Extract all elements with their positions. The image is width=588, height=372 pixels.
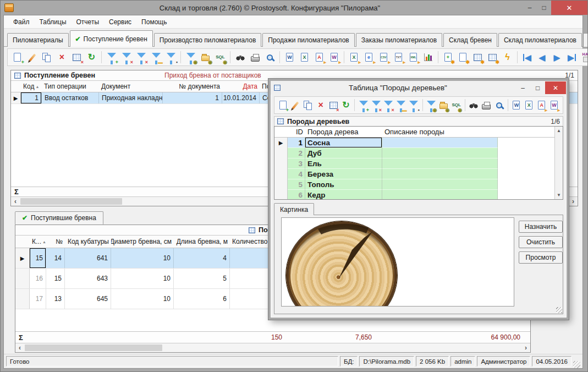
- column-header-1[interactable]: К...▲: [30, 236, 46, 248]
- dialog-cell-id[interactable]: 5: [288, 179, 305, 190]
- add-record-icon[interactable]: +: [10, 50, 24, 64]
- dialog-resize-grip[interactable]: [556, 307, 562, 313]
- sql-filter-icon[interactable]: SQL◉: [213, 50, 227, 64]
- dialog-cell-description[interactable]: [382, 190, 498, 200]
- nav-first-icon[interactable]: ◀: [520, 50, 534, 64]
- filter-new-icon[interactable]: +: [105, 50, 118, 64]
- export-txt-icon[interactable]: TXT▸: [392, 50, 405, 64]
- sql-filter-icon[interactable]: SQL◉: [450, 98, 462, 112]
- menu-item-4[interactable]: Сервис: [104, 17, 136, 28]
- export-csv-icon[interactable]: CSV▸: [377, 50, 391, 64]
- column-header-4[interactable]: Диаметр бревна, см: [111, 236, 174, 248]
- copy-record-icon[interactable]: [303, 98, 314, 112]
- main-tab-5[interactable]: Заказы пиломатериалов: [356, 33, 442, 47]
- preview-icon[interactable]: [263, 50, 277, 64]
- menu-item-3[interactable]: Отчеты: [72, 17, 104, 28]
- table-cell[interactable]: 15: [30, 248, 46, 268]
- close-button[interactable]: ✕: [551, 1, 587, 15]
- settings-add-icon[interactable]: +✱: [441, 50, 455, 64]
- filter-view-icon[interactable]: ◉: [184, 50, 197, 64]
- delete-record-icon[interactable]: ×: [315, 98, 327, 112]
- view-button[interactable]: Просмотр: [519, 251, 563, 264]
- table-cell[interactable]: 16: [30, 269, 46, 288]
- edit-record-icon[interactable]: [290, 98, 301, 112]
- filter-clear-icon[interactable]: ×: [383, 98, 394, 112]
- tree-filter-icon[interactable]: ◉: [199, 50, 212, 64]
- dialog-cell-description[interactable]: [382, 169, 498, 179]
- export-excel-file-icon[interactable]: X▸: [347, 50, 361, 64]
- dialog-vscrollbar[interactable]: ▲ ▼: [554, 127, 563, 199]
- export-word-icon[interactable]: W: [510, 98, 522, 112]
- table-cell[interactable]: 10.01.2014: [222, 92, 260, 103]
- delete-all-records-icon[interactable]: ×: [70, 50, 84, 64]
- dialog-table-row[interactable]: 3Ель: [274, 158, 563, 169]
- print-icon[interactable]: [481, 98, 492, 112]
- dialog-cell-id[interactable]: 2: [288, 148, 305, 158]
- main-tab-6[interactable]: Склад бревен: [443, 33, 497, 47]
- table-cell[interactable]: 10: [111, 289, 174, 309]
- dialog-cell-name[interactable]: Тополь: [305, 179, 382, 190]
- scroll-thumb[interactable]: [20, 198, 122, 205]
- dialog-maximize-button[interactable]: □: [530, 83, 545, 94]
- menu-item-1[interactable]: Файл: [8, 17, 35, 28]
- dialog-cell-id[interactable]: 3: [288, 158, 305, 169]
- dialog-cell-description[interactable]: [382, 179, 498, 190]
- export-writer-icon[interactable]: A▸: [312, 50, 326, 64]
- add-record-icon[interactable]: +: [277, 98, 289, 112]
- table-cell[interactable]: 5: [174, 269, 230, 288]
- nak-document-icon[interactable]: НАК: [580, 50, 588, 64]
- main-tab-7[interactable]: Склад пиломатериалов: [498, 33, 582, 47]
- scroll-thumb[interactable]: [25, 344, 162, 351]
- dialog-table-row[interactable]: ▶1Сосна: [274, 138, 563, 148]
- resize-grip[interactable]: [573, 361, 580, 368]
- main-tab-1[interactable]: Пиломатериалы: [7, 33, 69, 47]
- dialog-close-button[interactable]: ✕: [545, 81, 566, 94]
- dialog-cell-description[interactable]: [382, 148, 498, 158]
- table-cell[interactable]: 15: [46, 269, 65, 288]
- scroll-right-icon[interactable]: ›: [569, 198, 578, 206]
- dialog-minimize-button[interactable]: –: [515, 83, 530, 94]
- settings-form-icon[interactable]: ✱: [486, 50, 499, 64]
- export-writer-icon[interactable]: A▸: [536, 98, 547, 112]
- lower-tab-logs[interactable]: ✔ Поступившие бревна: [15, 211, 103, 225]
- table-cell[interactable]: 17: [30, 289, 46, 309]
- dialog-table-row[interactable]: 5Тополь: [274, 179, 563, 190]
- main-tab-2[interactable]: ✔Поступление бревен: [70, 30, 153, 47]
- filter-save-icon[interactable]: ▪: [408, 98, 420, 112]
- column-header-4[interactable]: № документа: [163, 81, 222, 92]
- settings-record-icon[interactable]: ✱: [456, 50, 470, 64]
- table-cell[interactable]: 6: [174, 289, 230, 309]
- refresh-icon[interactable]: ↻: [85, 50, 98, 64]
- column-header-1[interactable]: Код▲: [21, 81, 42, 92]
- table-cell[interactable]: 1: [21, 92, 42, 103]
- menu-item-5[interactable]: Помощь: [136, 17, 172, 28]
- maximize-button[interactable]: □: [537, 2, 551, 14]
- table-cell[interactable]: 643: [65, 269, 111, 288]
- filter-open-icon[interactable]: ▬: [149, 50, 163, 64]
- delete-record-icon[interactable]: ×: [55, 50, 69, 64]
- scroll-up-icon[interactable]: ▲: [557, 127, 561, 135]
- main-tab-4[interactable]: Продажи пиломатериалов: [262, 33, 354, 47]
- settings-table-icon[interactable]: ✱: [471, 50, 485, 64]
- column-header-2[interactable]: №: [46, 236, 65, 248]
- dialog-cell-name[interactable]: Ель: [305, 158, 382, 169]
- filter-delete-icon[interactable]: ×: [119, 50, 133, 64]
- export-winword-icon[interactable]: W▸: [327, 50, 341, 64]
- dialog-table-row[interactable]: 4Береза: [274, 169, 563, 179]
- nav-last-icon[interactable]: ▶: [565, 50, 579, 64]
- table-cell[interactable]: 10: [111, 269, 174, 288]
- dialog-cell-name[interactable]: Береза: [305, 169, 382, 179]
- table-cell[interactable]: 1: [163, 92, 222, 103]
- dialog-column-header-3[interactable]: Описание породы: [382, 127, 498, 137]
- table-cell[interactable]: 14: [46, 248, 65, 268]
- column-header-5[interactable]: Длина бревна, м: [174, 236, 230, 248]
- search-icon[interactable]: [468, 98, 480, 112]
- dialog-cell-description[interactable]: [382, 158, 498, 169]
- dialog-table-row[interactable]: 6Кедр: [274, 190, 563, 200]
- clear-button[interactable]: Очистить: [519, 236, 563, 248]
- search-icon[interactable]: [233, 50, 247, 64]
- filter-new-icon[interactable]: +: [358, 98, 369, 112]
- main-tab-8[interactable]: Сотрудники: [583, 33, 588, 47]
- dialog-column-header-2[interactable]: Порода дерева: [305, 127, 382, 137]
- main-tab-3[interactable]: Производство пиломатериалов: [154, 33, 262, 47]
